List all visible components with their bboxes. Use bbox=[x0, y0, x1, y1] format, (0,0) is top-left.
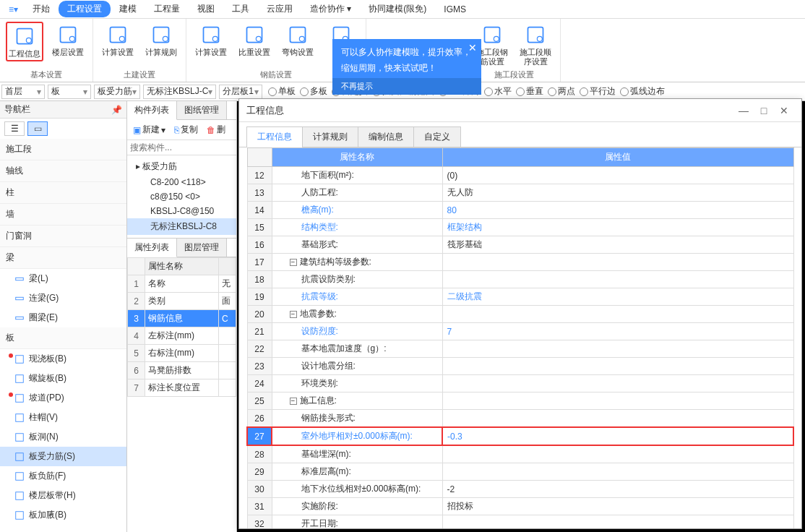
ribbon-比重设置[interactable]: 比重设置 bbox=[236, 22, 273, 59]
comp-tree-node[interactable]: 无标注KBSLJ-C8 bbox=[127, 218, 236, 235]
nav-cat-轴线[interactable]: 轴线 bbox=[0, 160, 126, 182]
nav-item[interactable]: 圈梁(E) bbox=[0, 308, 126, 327]
optbar-radio[interactable]: 水平 bbox=[484, 85, 512, 98]
comp-tree-node[interactable]: c8@150 <0> bbox=[127, 189, 236, 204]
nav-item[interactable]: 现浇板(B) bbox=[0, 349, 126, 369]
maximize-button[interactable]: □ bbox=[754, 105, 774, 116]
search-input[interactable] bbox=[130, 142, 233, 153]
optbar-radio[interactable]: 弧线边布 bbox=[620, 85, 665, 98]
info-row[interactable]: 20−地震参数: bbox=[247, 306, 793, 323]
menu-造价协作[interactable]: 造价协作 ▾ bbox=[301, 1, 360, 17]
ribbon-工程信息[interactable]: 工程信息 bbox=[6, 22, 43, 61]
info-table[interactable]: 属性名称属性值12地下面积(m²):(0)13人防工程:无人防14檐高(m):8… bbox=[246, 147, 794, 528]
info-row[interactable]: 23设计地震分组: bbox=[247, 358, 793, 375]
nav-item[interactable]: 梁(L) bbox=[0, 269, 126, 288]
menu-建模[interactable]: 建模 bbox=[111, 1, 145, 17]
info-row[interactable]: 18抗震设防类别: bbox=[247, 271, 793, 288]
tab-drawing-mgmt[interactable]: 图纸管理 bbox=[177, 101, 227, 119]
optbar-select[interactable]: 无标注KBSLJ-C▾ bbox=[143, 85, 216, 99]
info-row[interactable]: 29标准层高(m): bbox=[247, 463, 793, 481]
nav-item[interactable]: 坡道(PD) bbox=[0, 388, 126, 408]
dtab-project-info[interactable]: 工程信息 bbox=[246, 126, 303, 147]
new-button[interactable]: ▣新建▾ bbox=[130, 122, 168, 137]
menu-IGMS[interactable]: IGMS bbox=[435, 2, 475, 17]
app-menu-icon[interactable]: ≡▾ bbox=[9, 4, 18, 14]
optbar-radio[interactable]: 平行边 bbox=[580, 85, 616, 98]
comp-tree-node[interactable]: C8-200 <118> bbox=[127, 175, 236, 189]
nav-item[interactable]: 连梁(G) bbox=[0, 288, 126, 308]
tab-property-list[interactable]: 属性列表 bbox=[127, 239, 177, 257]
info-row[interactable]: 28基础埋深(m): bbox=[247, 445, 793, 463]
comp-tree-node[interactable]: ▸ 板受力筋 bbox=[127, 158, 236, 175]
optbar-radio[interactable]: 两点 bbox=[548, 85, 575, 98]
optbar-select[interactable]: 首层▾ bbox=[1, 85, 45, 99]
collapse-icon[interactable]: − bbox=[290, 311, 297, 318]
nav-item[interactable]: 板加腋(B) bbox=[0, 505, 126, 525]
menu-视图[interactable]: 视图 bbox=[189, 1, 223, 17]
prop-row[interactable]: 5右标注(mm) bbox=[128, 345, 236, 362]
nav-item[interactable]: 板洞(N) bbox=[0, 427, 126, 447]
nav-item[interactable]: 板负筋(F) bbox=[0, 466, 126, 486]
menu-工程设置[interactable]: 工程设置 bbox=[59, 1, 111, 17]
ribbon-计算规则[interactable]: 计算规则 bbox=[142, 22, 180, 59]
close-button[interactable]: ✕ bbox=[774, 105, 794, 116]
info-row[interactable]: 14檐高(m):80 bbox=[247, 202, 793, 219]
nav-cat-梁[interactable]: 梁 bbox=[0, 247, 126, 269]
nav-view-list-icon[interactable]: ☰ bbox=[4, 121, 25, 136]
minimize-button[interactable]: — bbox=[733, 105, 754, 116]
optbar-select[interactable]: 板▾ bbox=[48, 85, 91, 99]
info-row[interactable]: 24环境类别: bbox=[247, 375, 793, 392]
nav-item[interactable]: 柱帽(V) bbox=[0, 408, 126, 427]
ribbon-施工段顺序设置[interactable]: 施工段顺序设置 bbox=[517, 22, 554, 68]
nav-cat-墙[interactable]: 墙 bbox=[0, 204, 126, 226]
info-row[interactable]: 32开工日期: bbox=[247, 515, 793, 529]
comp-tree-node[interactable]: KBSLJ-C8@150 bbox=[127, 204, 236, 218]
optbar-radio[interactable]: 多板 bbox=[300, 85, 327, 98]
nav-cat-门窗洞[interactable]: 门窗洞 bbox=[0, 226, 126, 247]
info-row[interactable]: 25−施工信息: bbox=[247, 392, 793, 410]
info-row[interactable]: 31实施阶段:招投标 bbox=[247, 498, 793, 515]
optbar-radio[interactable]: 垂直 bbox=[516, 85, 543, 98]
prop-row[interactable]: 7标注长度位置 bbox=[128, 379, 236, 397]
menu-开始[interactable]: 开始 bbox=[24, 1, 59, 17]
info-row[interactable]: 27室外地坪相对±0.000标高(m):-0.3 bbox=[247, 427, 793, 445]
tab-layer-mgmt[interactable]: 图层管理 bbox=[177, 239, 227, 257]
prop-row[interactable]: 6马凳筋排数 bbox=[128, 362, 236, 379]
info-row[interactable]: 19抗震等级:二级抗震 bbox=[247, 288, 793, 306]
info-row[interactable]: 22基本地震加速度（g）: bbox=[247, 340, 793, 358]
ribbon-弯钩设置[interactable]: 弯钩设置 bbox=[279, 22, 317, 59]
nav-item[interactable]: 板受力筋(S) bbox=[0, 447, 126, 466]
menu-工具[interactable]: 工具 bbox=[223, 1, 258, 17]
ribbon-计算设置[interactable]: 计算设置 bbox=[192, 22, 230, 59]
nav-view-card-icon[interactable]: ▭ bbox=[27, 121, 48, 136]
info-row[interactable]: 13人防工程:无人防 bbox=[247, 184, 793, 202]
tab-component-list[interactable]: 构件列表 bbox=[127, 101, 177, 120]
ribbon-计算设置[interactable]: 计算设置 bbox=[99, 22, 137, 59]
dtab-calc-rule[interactable]: 计算规则 bbox=[302, 126, 358, 147]
collapse-icon[interactable]: − bbox=[290, 259, 297, 266]
dtab-custom[interactable]: 自定义 bbox=[413, 126, 461, 147]
optbar-select[interactable]: 分层板1▾ bbox=[219, 85, 262, 99]
pin-icon[interactable]: 📌 bbox=[111, 105, 122, 115]
comp-search[interactable] bbox=[127, 140, 236, 155]
menu-协同建模(限免)[interactable]: 协同建模(限免) bbox=[360, 1, 435, 17]
nav-cat-板[interactable]: 板 bbox=[0, 327, 126, 349]
nav-cat-柱[interactable]: 柱 bbox=[0, 182, 126, 204]
copy-button[interactable]: ⎘复制 bbox=[171, 122, 201, 137]
menu-云应用[interactable]: 云应用 bbox=[258, 1, 301, 17]
prop-row[interactable]: 4左标注(mm) bbox=[128, 327, 236, 345]
info-row[interactable]: 12地下面积(m²):(0) bbox=[247, 167, 793, 184]
dialog-titlebar[interactable]: 工程信息 — □ ✕ bbox=[239, 99, 801, 122]
delete-button[interactable]: 🗑删 bbox=[204, 122, 228, 137]
info-row[interactable]: 17−建筑结构等级参数: bbox=[247, 254, 793, 271]
nav-item[interactable]: 楼层板带(H) bbox=[0, 486, 126, 505]
nav-item[interactable]: 螺旋板(B) bbox=[0, 369, 126, 388]
info-row[interactable]: 16基础形式:筏形基础 bbox=[247, 236, 793, 254]
info-row[interactable]: 15结构类型:框架结构 bbox=[247, 219, 793, 236]
info-row[interactable]: 26钢筋接头形式: bbox=[247, 410, 793, 428]
tooltip-footer[interactable]: 不再提示 bbox=[332, 78, 481, 95]
prop-row[interactable]: 1名称无 bbox=[128, 275, 236, 293]
info-row[interactable]: 21设防烈度:7 bbox=[247, 323, 793, 340]
optbar-select[interactable]: 板受力筋▾ bbox=[94, 85, 140, 99]
menu-工程量[interactable]: 工程量 bbox=[145, 1, 189, 17]
